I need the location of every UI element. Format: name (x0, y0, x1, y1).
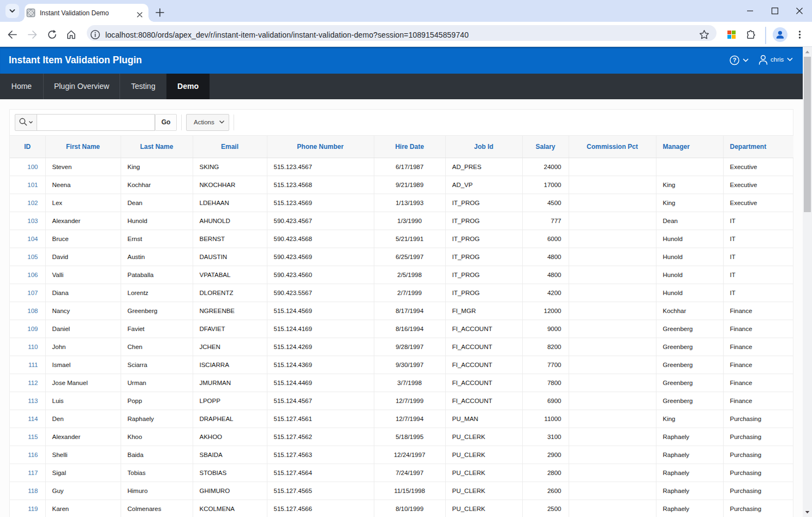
svg-text:?: ? (733, 57, 737, 63)
